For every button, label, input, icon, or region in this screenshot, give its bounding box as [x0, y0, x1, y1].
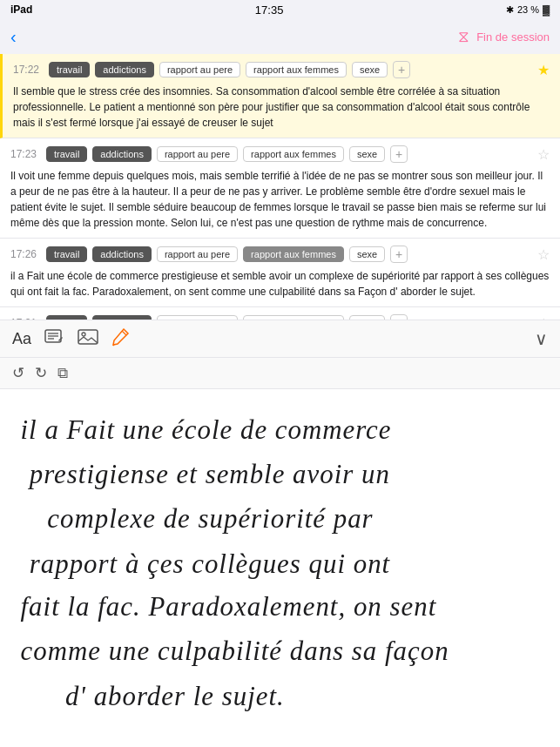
tag-femmes-3[interactable]: rapport aux femmes — [243, 246, 344, 262]
bluetooth-icon: ✱ — [506, 4, 514, 16]
filter-icon[interactable]: ⧖ — [458, 28, 469, 46]
status-right: ✱ 23 % ▓ — [506, 4, 550, 16]
tag-travail-4[interactable]: travail — [46, 315, 87, 320]
chevron-down-icon[interactable]: ∨ — [535, 328, 548, 349]
tag-sexe-3[interactable]: sexe — [349, 246, 385, 262]
note-entry-1: 17:22 travail addictions rapport au pere… — [0, 54, 560, 138]
tag-addictions-1[interactable]: addictions — [95, 62, 154, 77]
tag-pere-1[interactable]: rapport au pere — [159, 62, 240, 77]
star-empty-3[interactable]: ☆ — [537, 246, 550, 263]
handwriting-svg: il a Fait une école de commerce prestigi… — [0, 389, 560, 747]
nav-actions: ⧖ Fin de session — [458, 28, 550, 46]
note-entry-4: 17:31 travail addictions rapport au pere… — [0, 307, 560, 320]
copy-icon[interactable]: ⧉ — [57, 365, 68, 382]
tag-femmes-2[interactable]: rapport aux femmes — [243, 146, 344, 162]
add-tag-3[interactable]: + — [390, 246, 408, 263]
tag-addictions-2[interactable]: addictions — [92, 146, 152, 162]
edit-icon[interactable] — [44, 327, 64, 351]
back-button[interactable]: ‹ — [10, 27, 17, 47]
canvas-area[interactable]: il a Fait une école de commerce prestigi… — [0, 389, 560, 747]
undo-icon[interactable]: ↺ — [12, 364, 24, 382]
redo-icon[interactable]: ↻ — [35, 364, 47, 382]
tag-femmes-1[interactable]: rapport aux femmes — [246, 62, 347, 77]
svg-text:d' aborder le sujet.: d' aborder le sujet. — [65, 682, 285, 711]
note-text-1: Il semble que le stress crée des insomni… — [13, 84, 550, 131]
add-tag-4[interactable]: + — [390, 314, 408, 320]
tag-travail-2[interactable]: travail — [46, 146, 87, 162]
svg-point-5 — [82, 333, 85, 336]
device-label: iPad — [10, 3, 32, 16]
tag-sexe-4[interactable]: sexe — [349, 315, 385, 320]
tag-addictions-4[interactable]: addictions — [92, 315, 152, 320]
battery-icon: ▓ — [543, 4, 550, 15]
star-empty-2[interactable]: ☆ — [537, 146, 550, 163]
notes-list: 17:22 travail addictions rapport au pere… — [0, 54, 560, 320]
tag-pere-4[interactable]: rapport au pere — [157, 315, 238, 320]
time-label: 17:35 — [255, 3, 284, 17]
svg-text:fait la fac. Paradoxalement, o: fait la fac. Paradoxalement, on sent — [21, 592, 437, 622]
tag-travail-1[interactable]: travail — [49, 62, 90, 77]
tag-addictions-3[interactable]: addictions — [92, 246, 152, 262]
font-size-label[interactable]: Aa — [12, 330, 31, 348]
svg-text:comme une culpabilité dans sa : comme une culpabilité dans sa façon — [21, 636, 449, 666]
battery-label: 23 % — [517, 4, 539, 15]
note-time-2: 17:23 — [10, 148, 41, 160]
add-tag-1[interactable]: + — [393, 61, 410, 78]
pen-icon[interactable] — [111, 326, 131, 352]
svg-rect-4 — [78, 330, 98, 344]
status-bar: iPad 17:35 ✱ 23 % ▓ — [0, 0, 560, 19]
note-time-4: 17:31 — [10, 317, 41, 320]
tag-sexe-1[interactable]: sexe — [352, 62, 388, 77]
note-header-1: 17:22 travail addictions rapport au pere… — [13, 61, 550, 78]
svg-text:prestigiense et semble avoir u: prestigiense et semble avoir un — [28, 460, 390, 489]
note-header-2: 17:23 travail addictions rapport au pere… — [10, 145, 550, 163]
tag-travail-3[interactable]: travail — [46, 246, 87, 262]
toolbar-left: Aa — [12, 326, 131, 352]
note-time-1: 17:22 — [13, 64, 44, 76]
svg-text:il a Fait une école de commerc: il a Fait une école de commerce — [21, 415, 392, 445]
note-text-2: Il voit une femme depuis quelques mois, … — [10, 168, 550, 231]
edit-bar: ↺ ↻ ⧉ — [0, 358, 560, 389]
note-header-3: 17:26 travail addictions rapport au pere… — [10, 246, 550, 263]
note-text-3: il a Fait une école de commerce prestigi… — [10, 268, 550, 299]
tag-femmes-4[interactable]: rapport aux femmes — [243, 315, 344, 320]
star-filled-1[interactable]: ★ — [537, 62, 550, 78]
toolbar: Aa ∨ — [0, 320, 560, 358]
tag-pere-3[interactable]: rapport au pere — [157, 246, 238, 262]
svg-text:rapport à çes collègues qui on: rapport à çes collègues qui ont — [30, 549, 391, 579]
nav-bar: ‹ ⧖ Fin de session — [0, 19, 560, 54]
tag-sexe-2[interactable]: sexe — [349, 146, 385, 162]
note-entry-2: 17:23 travail addictions rapport au pere… — [0, 138, 560, 239]
svg-text:complexe de supériorité par: complexe de supériorité par — [47, 504, 373, 534]
tag-pere-2[interactable]: rapport au pere — [157, 146, 238, 162]
session-end-label[interactable]: Fin de session — [476, 30, 550, 44]
add-tag-2[interactable]: + — [390, 145, 408, 163]
image-icon[interactable] — [77, 327, 99, 351]
star-empty-4[interactable]: ☆ — [537, 315, 550, 320]
note-entry-3: 17:26 travail addictions rapport au pere… — [0, 239, 560, 307]
note-time-3: 17:26 — [10, 248, 41, 260]
handwriting-area: il a Fait une école de commerce prestigi… — [0, 389, 560, 747]
